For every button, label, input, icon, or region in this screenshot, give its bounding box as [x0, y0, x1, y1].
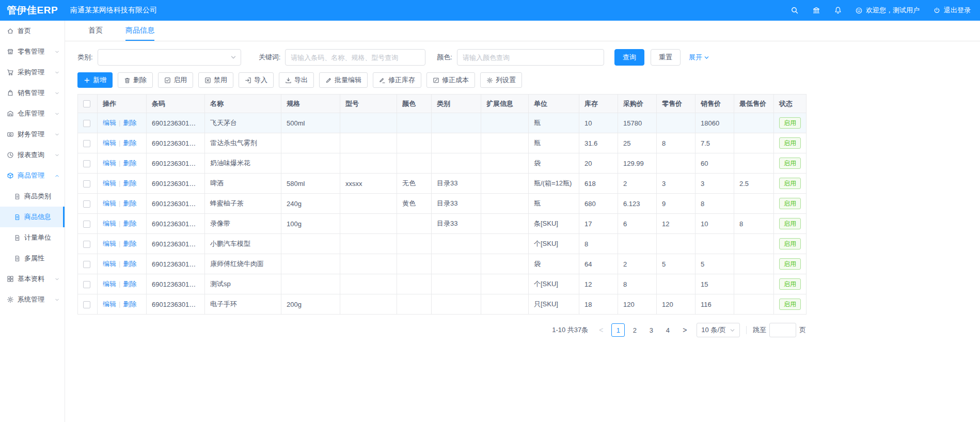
edit-link[interactable]: 编辑: [103, 159, 116, 167]
row-checkbox[interactable]: [83, 180, 90, 187]
welcome-user[interactable]: 欢迎您，测试用户: [855, 6, 920, 15]
category-select[interactable]: [98, 49, 241, 66]
expand-link[interactable]: 展开: [689, 53, 709, 62]
delete-link[interactable]: 删除: [123, 119, 136, 127]
delete-link[interactable]: 删除: [123, 280, 136, 288]
cell-color: [397, 153, 432, 174]
cell-spec: 240g: [281, 194, 340, 214]
sidebar-subitem-product-category[interactable]: 商品类别: [0, 186, 65, 207]
tab-product-info[interactable]: 商品信息: [125, 21, 154, 41]
sidebar-subitem-multi-attribute[interactable]: 多属性: [0, 248, 65, 269]
status-badge[interactable]: 启用: [779, 299, 801, 310]
sidebar-item-basic-data[interactable]: 基本资料: [0, 269, 65, 289]
edit-link[interactable]: 编辑: [103, 179, 116, 187]
page-3-button[interactable]: 3: [644, 323, 658, 337]
delete-link[interactable]: 删除: [123, 240, 136, 247]
edit-link[interactable]: 编辑: [103, 300, 116, 308]
status-badge[interactable]: 启用: [779, 238, 801, 249]
fix-stock-button[interactable]: 修正库存: [373, 72, 421, 88]
edit-link[interactable]: 编辑: [103, 119, 116, 127]
edit-link[interactable]: 编辑: [103, 260, 116, 268]
jump-page-input[interactable]: [769, 323, 796, 337]
edit-link[interactable]: 编辑: [103, 199, 116, 207]
sidebar-item-purchase[interactable]: 采购管理: [0, 62, 65, 83]
sidebar-item-sales[interactable]: 销售管理: [0, 83, 65, 103]
sidebar-subitem-label: 计量单位: [24, 233, 51, 242]
delete-link[interactable]: 删除: [123, 139, 136, 147]
sidebar-item-warehouse[interactable]: 仓库管理: [0, 103, 65, 124]
sidebar-item-product[interactable]: 商品管理: [0, 165, 65, 186]
table-row: 编辑|删除6901236301342飞天茅台500ml瓶101578018060…: [78, 113, 807, 133]
row-checkbox[interactable]: [83, 301, 90, 308]
sidebar-subitem-measure-unit[interactable]: 计量单位: [0, 227, 65, 248]
logout-button[interactable]: 退出登录: [933, 6, 971, 15]
reset-button[interactable]: 重置: [651, 49, 681, 66]
delete-button[interactable]: 删除: [118, 72, 153, 88]
row-checkbox[interactable]: [83, 140, 90, 147]
cell-op: 编辑|删除: [98, 113, 147, 133]
doc-icon: [14, 214, 21, 221]
tab-home[interactable]: 首页: [88, 21, 103, 41]
import-button[interactable]: 导入: [239, 72, 274, 88]
select-all-checkbox[interactable]: [83, 100, 90, 107]
delete-link[interactable]: 删除: [123, 179, 136, 187]
edit-link[interactable]: 编辑: [103, 240, 116, 247]
status-badge[interactable]: 启用: [779, 158, 801, 169]
building-icon[interactable]: [812, 6, 821, 15]
page-4-button[interactable]: 4: [661, 323, 674, 337]
sidebar-item-finance[interactable]: 财务管理: [0, 124, 65, 145]
page-2-button[interactable]: 2: [628, 323, 641, 337]
notification-bell-icon[interactable]: [833, 6, 843, 15]
row-checkbox[interactable]: [83, 241, 90, 248]
export-button[interactable]: 导出: [279, 72, 314, 88]
search-icon[interactable]: [790, 6, 799, 15]
next-page-button[interactable]: >: [679, 326, 690, 334]
status-badge[interactable]: 启用: [779, 198, 801, 209]
row-checkbox[interactable]: [83, 261, 90, 268]
edit-link[interactable]: 编辑: [103, 280, 116, 288]
add-button[interactable]: 新增: [77, 72, 113, 88]
row-checkbox[interactable]: [83, 120, 90, 127]
cell-retail: [657, 113, 696, 133]
color-input[interactable]: [457, 49, 604, 66]
sidebar-item-retail[interactable]: 零售管理: [0, 41, 65, 62]
row-checkbox[interactable]: [83, 281, 90, 288]
delete-link[interactable]: 删除: [123, 300, 136, 308]
status-badge[interactable]: 启用: [779, 178, 801, 189]
search-button[interactable]: 查询: [614, 49, 644, 66]
sidebar-item-home[interactable]: 首页: [0, 21, 65, 41]
enable-button[interactable]: 启用: [158, 72, 193, 88]
batch-edit-button[interactable]: 批量编辑: [319, 72, 368, 88]
page-1-button[interactable]: 1: [611, 323, 625, 337]
status-badge[interactable]: 启用: [779, 258, 801, 270]
page-size-select[interactable]: 10 条/页: [697, 323, 740, 337]
status-badge[interactable]: 启用: [779, 117, 801, 129]
cell-op: 编辑|删除: [98, 254, 147, 274]
cell-stock: 20: [579, 153, 618, 174]
delete-link[interactable]: 删除: [123, 199, 136, 207]
delete-link[interactable]: 删除: [123, 220, 136, 227]
disable-button[interactable]: 禁用: [198, 72, 233, 88]
fix-cost-button[interactable]: 修正成本: [426, 72, 475, 88]
edit-link[interactable]: 编辑: [103, 220, 116, 227]
delete-link[interactable]: 删除: [123, 260, 136, 268]
cell-category: [432, 294, 481, 315]
row-checkbox[interactable]: [83, 160, 90, 167]
status-badge[interactable]: 启用: [779, 218, 801, 229]
chevron-down-icon: [54, 70, 60, 75]
keyword-input[interactable]: [285, 49, 425, 66]
prev-page-button[interactable]: <: [595, 326, 607, 334]
cell-stock: 8: [579, 234, 618, 254]
column-settings-button[interactable]: 列设置: [480, 72, 522, 88]
sidebar-item-system[interactable]: 系统管理: [0, 289, 65, 310]
cell-status: 启用: [774, 214, 807, 234]
row-checkbox[interactable]: [83, 221, 90, 228]
edit-link[interactable]: 编辑: [103, 139, 116, 147]
row-checkbox[interactable]: [83, 200, 90, 208]
delete-link[interactable]: 删除: [123, 159, 136, 167]
status-badge[interactable]: 启用: [779, 278, 801, 290]
status-badge[interactable]: 启用: [779, 137, 801, 149]
sidebar-item-report[interactable]: 报表查询: [0, 145, 65, 165]
sidebar-item-label: 报表查询: [18, 150, 54, 160]
sidebar-subitem-product-info[interactable]: 商品信息: [0, 207, 65, 227]
